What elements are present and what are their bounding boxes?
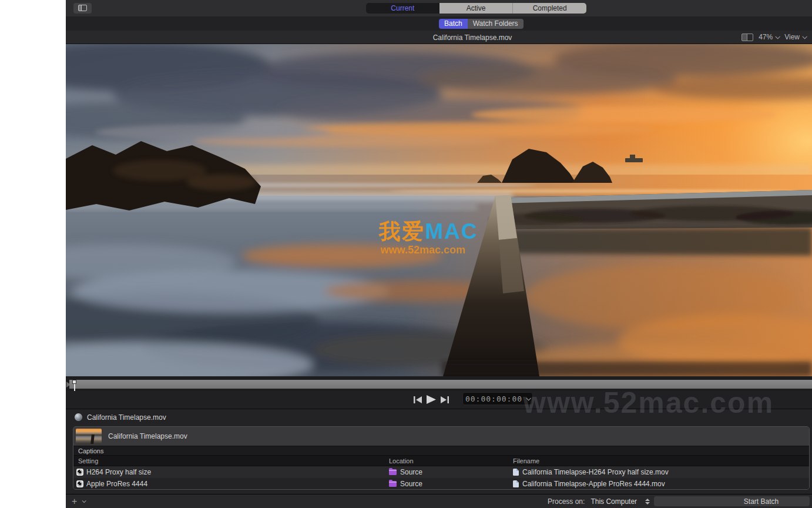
mode-toolbar: Batch Watch Folders bbox=[66, 16, 812, 31]
folder-icon bbox=[389, 469, 397, 475]
status-segmented-control: Current Active Completed bbox=[366, 3, 586, 14]
sunset-photo bbox=[66, 44, 812, 376]
source-media-name: California Timelapse.mov bbox=[87, 413, 166, 422]
preview-controls: 47% View bbox=[741, 31, 806, 44]
compressor-window: Current Active Completed Batch Watch Fol… bbox=[66, 0, 812, 508]
tab-current[interactable]: Current bbox=[366, 3, 439, 14]
mode-segmented-control: Batch Watch Folders bbox=[439, 19, 524, 29]
zoom-level-dropdown[interactable]: 47% bbox=[759, 33, 779, 41]
output-row[interactable]: H264 Proxy half size Source California T… bbox=[73, 466, 809, 478]
next-frame-icon bbox=[441, 396, 449, 403]
folder-icon bbox=[389, 481, 397, 487]
sidebar-toggle-button[interactable] bbox=[73, 3, 92, 14]
job-name: California Timelapse.mov bbox=[108, 432, 187, 440]
process-on-group: Process on: This Computer bbox=[548, 494, 650, 508]
timeline-scrubber[interactable] bbox=[69, 380, 812, 389]
chevron-down-icon bbox=[526, 396, 531, 400]
output-filename: California Timelapse-H264 Proxy half siz… bbox=[522, 468, 669, 476]
view-dropdown[interactable]: View bbox=[784, 33, 806, 41]
setting-icon bbox=[76, 480, 83, 487]
chevron-down-icon bbox=[776, 34, 780, 39]
column-header-filename[interactable]: Filename bbox=[508, 457, 809, 464]
captions-section-row[interactable]: Captions bbox=[73, 446, 809, 455]
column-header-setting[interactable]: Setting bbox=[73, 457, 384, 464]
output-location: Source bbox=[400, 480, 422, 488]
split-view-icon[interactable] bbox=[741, 34, 753, 41]
add-output-button[interactable]: + bbox=[72, 494, 85, 508]
stepper-icon bbox=[645, 499, 650, 504]
column-header-location[interactable]: Location bbox=[384, 457, 508, 464]
output-location: Source bbox=[400, 468, 422, 476]
timecode-dropdown[interactable]: 00:00:00:00 bbox=[462, 392, 533, 405]
tab-watch-folders[interactable]: Watch Folders bbox=[468, 19, 524, 29]
job-card: California Timelapse.mov Captions Settin… bbox=[73, 426, 810, 490]
job-thumbnail bbox=[76, 429, 102, 444]
transport-bar: 00:00:00:00 bbox=[66, 391, 812, 409]
preview-header: California Timelapse.mov 47% View bbox=[66, 31, 812, 44]
timecode-value: 00:00:00:00 bbox=[465, 395, 522, 403]
process-on-select[interactable]: This Computer bbox=[590, 497, 650, 506]
previous-frame-button[interactable] bbox=[414, 396, 422, 403]
tab-batch[interactable]: Batch bbox=[439, 19, 468, 29]
play-icon bbox=[427, 395, 436, 404]
zoom-level-value: 47% bbox=[759, 33, 773, 41]
output-filename: California Timelapse-Apple ProRes 4444.m… bbox=[522, 480, 665, 488]
job-row[interactable]: California Timelapse.mov bbox=[73, 427, 809, 446]
chevron-down-icon bbox=[82, 499, 86, 503]
playhead-marker[interactable] bbox=[72, 380, 76, 384]
process-on-label: Process on: bbox=[548, 497, 585, 506]
chevron-down-icon bbox=[802, 34, 807, 39]
process-on-value: This Computer bbox=[590, 497, 637, 506]
quicktime-movie-icon bbox=[75, 413, 82, 421]
play-button[interactable] bbox=[427, 395, 436, 404]
source-media-row[interactable]: California Timelapse.mov bbox=[66, 409, 812, 425]
video-preview[interactable]: 我爱MAC www.52mac.com bbox=[66, 44, 812, 376]
output-setting-name: Apple ProRes 4444 bbox=[86, 480, 147, 488]
view-label: View bbox=[784, 33, 800, 41]
output-row[interactable]: Apple ProRes 4444 Source California Time… bbox=[73, 478, 809, 489]
file-icon bbox=[513, 480, 519, 487]
setting-icon bbox=[76, 469, 83, 476]
file-icon bbox=[513, 469, 519, 476]
tab-active[interactable]: Active bbox=[439, 3, 513, 14]
sidebar-toggle-icon bbox=[78, 5, 87, 11]
top-toolbar: Current Active Completed bbox=[66, 0, 812, 16]
timeline-row bbox=[66, 376, 812, 391]
outputs-header-row: Setting Location Filename bbox=[73, 455, 809, 466]
footer-bar: + Process on: This Computer Start Batch bbox=[66, 494, 812, 508]
plus-icon: + bbox=[72, 496, 77, 507]
output-setting-name: H264 Proxy half size bbox=[86, 468, 151, 476]
preview-title: California Timelapse.mov bbox=[433, 34, 512, 42]
start-batch-button[interactable]: Start Batch bbox=[654, 496, 810, 506]
batch-list: California Timelapse.mov California Time… bbox=[66, 409, 812, 494]
tab-completed[interactable]: Completed bbox=[512, 3, 586, 14]
next-frame-button[interactable] bbox=[441, 396, 449, 403]
previous-frame-icon bbox=[414, 396, 422, 403]
